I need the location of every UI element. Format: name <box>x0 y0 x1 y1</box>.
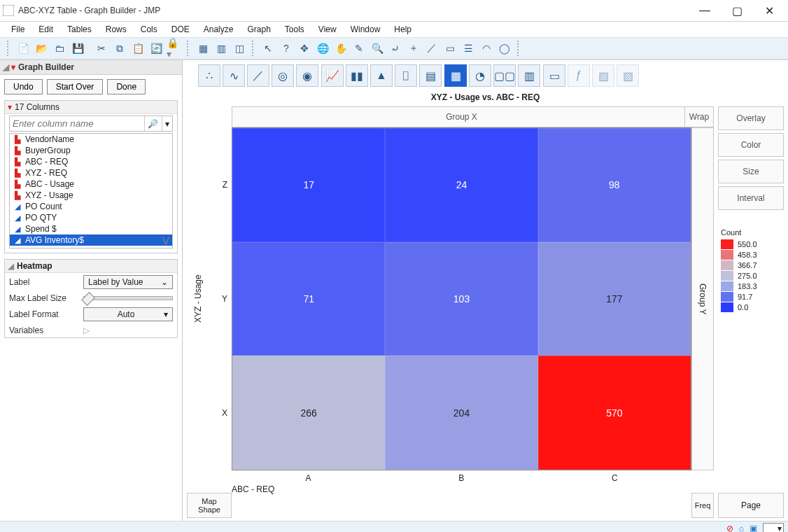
help-icon[interactable]: ? <box>278 40 295 57</box>
hand-icon[interactable]: ✋ <box>332 40 349 57</box>
heatmap-cell[interactable]: 71 <box>232 242 385 356</box>
search-icon[interactable]: 🔎 <box>144 116 160 131</box>
done-button[interactable]: Done <box>107 79 146 94</box>
crosshair-icon[interactable]: ✥ <box>296 40 313 57</box>
map-type-icon[interactable]: ▨ <box>592 64 614 87</box>
search-options-icon[interactable]: ▾ <box>162 116 172 131</box>
heatmap-plot[interactable]: 17249871103177266204570 <box>232 127 691 470</box>
graph-builder-header[interactable]: ◢ ▾ Graph Builder <box>0 60 182 75</box>
line-type-icon[interactable]: 📈 <box>321 64 344 87</box>
start-over-button[interactable]: Start Over <box>47 79 104 94</box>
menu-graph[interactable]: Graph <box>240 23 277 36</box>
heatmap-cell[interactable]: 24 <box>385 128 537 242</box>
line-fit-type-icon[interactable]: ／ <box>247 64 269 87</box>
area-type-icon[interactable]: ▲ <box>370 64 393 87</box>
map-shape-dropzone[interactable]: Map Shape <box>187 493 232 518</box>
disclosure-icon[interactable]: ◢ <box>8 261 14 271</box>
columns-panel-header[interactable]: ▾ 17 Columns <box>5 101 177 114</box>
col-abc-req[interactable]: ▙ ABC - REQ <box>10 156 172 167</box>
col-vendorname[interactable]: ▙ VendorName <box>10 134 172 145</box>
variables-expand-icon[interactable]: ▷ <box>83 326 90 335</box>
pointer-icon[interactable]: ↖ <box>260 40 276 57</box>
cut-icon[interactable]: ✂ <box>93 40 110 57</box>
brush-icon[interactable]: ✎ <box>351 40 367 57</box>
heatmap-type-icon[interactable]: ▦ <box>444 64 467 87</box>
folder-icon[interactable]: 🗀 <box>51 40 68 57</box>
group-y-dropzone[interactable]: Group Y <box>691 127 714 470</box>
paste-icon[interactable]: 📋 <box>129 40 146 57</box>
heatmap-panel-header[interactable]: ◢ Heatmap <box>5 260 177 273</box>
col-abc-usage[interactable]: ▙ ABC - Usage <box>10 178 172 190</box>
overlay-icon[interactable]: ◫ <box>231 40 248 57</box>
columns-hotspot-icon[interactable]: ▾ <box>8 102 12 112</box>
undo-button[interactable]: Undo <box>4 79 43 94</box>
minimize-button[interactable]: — <box>689 0 721 21</box>
heatmap-cell[interactable]: 266 <box>232 356 385 470</box>
menu-doe[interactable]: DOE <box>164 23 197 36</box>
menu-help[interactable]: Help <box>387 23 418 36</box>
open-icon[interactable]: 📂 <box>33 40 50 57</box>
col-xyz-usage[interactable]: ▙ XYZ - Usage <box>10 190 172 201</box>
status-layout-select[interactable]: ▾ <box>763 523 784 532</box>
menu-tools[interactable]: Tools <box>278 23 311 36</box>
close-button[interactable]: ✕ <box>753 0 785 21</box>
maximize-button[interactable]: ▢ <box>721 0 753 21</box>
menu-edit[interactable]: Edit <box>31 23 60 36</box>
wrap-dropzone[interactable]: Wrap <box>684 106 714 127</box>
zoom-in-icon[interactable]: 🔍 <box>369 40 386 57</box>
box-type-icon[interactable]: ⌷ <box>395 64 417 87</box>
page-dropzone[interactable]: Page <box>718 493 784 518</box>
heatmap-cell[interactable]: 570 <box>538 356 691 470</box>
hotspot-icon[interactable]: ▾ <box>11 62 15 72</box>
new-icon[interactable]: 📄 <box>15 40 31 57</box>
save-icon[interactable]: 💾 <box>69 40 86 57</box>
menu-analyze[interactable]: Analyze <box>197 23 241 36</box>
size-dropzone[interactable]: Size <box>718 160 784 183</box>
zoom-reset-icon[interactable]: ⤾ <box>387 40 404 57</box>
group-x-dropzone[interactable]: Group X <box>232 106 691 127</box>
menu-view[interactable]: View <box>311 23 344 36</box>
disclosure-icon[interactable]: ◢ <box>3 62 11 72</box>
plus-icon[interactable]: ＋ <box>405 40 422 57</box>
col-po-qty[interactable]: ◢ PO QTY <box>10 212 172 223</box>
column-search-input[interactable] <box>10 116 144 131</box>
copy-icon[interactable]: ⧉ <box>111 40 128 57</box>
label-select[interactable]: Label by Value ⌄ <box>83 275 173 289</box>
slider-thumb[interactable] <box>81 292 95 306</box>
status-home-icon[interactable]: ⌂ <box>739 524 744 532</box>
hist-tool-icon[interactable]: ☰ <box>460 40 477 57</box>
caption-type-icon[interactable]: ▭ <box>543 64 565 87</box>
menu-file[interactable]: File <box>4 23 31 36</box>
refresh-icon[interactable]: 🔄 <box>148 40 164 57</box>
max-label-size-slider[interactable] <box>83 296 173 300</box>
mosaic-type-icon[interactable]: ▥ <box>518 64 540 87</box>
col-xyz-req[interactable]: ▙ XYZ - REQ <box>10 167 172 178</box>
heatmap-cell[interactable]: 204 <box>385 356 537 470</box>
datatable-icon[interactable]: ▦ <box>195 40 211 57</box>
status-error-icon[interactable]: ⊘ <box>726 524 733 532</box>
pencil-icon[interactable]: ／ <box>423 40 440 57</box>
col-spend[interactable]: ◢ Spend $ <box>10 223 172 234</box>
smoother-type-icon[interactable]: ∿ <box>223 64 245 87</box>
parallel-type-icon[interactable]: ▧ <box>617 64 639 87</box>
col-avg-inventory[interactable]: ◢ AVG Inventory$ ⋁ <box>10 234 172 246</box>
heatmap-cell[interactable]: 103 <box>385 242 537 356</box>
heatmap-cell[interactable]: 17 <box>232 128 385 242</box>
menu-tables[interactable]: Tables <box>60 23 99 36</box>
table-tool-icon[interactable]: ▭ <box>442 40 458 57</box>
bar-type-icon[interactable]: ▮▮ <box>346 64 368 87</box>
label-format-button[interactable]: Auto ▾ <box>83 307 173 321</box>
lock-icon[interactable]: 🔒▾ <box>166 40 183 57</box>
status-window-icon[interactable]: ▣ <box>750 524 757 532</box>
ellipse-type-icon[interactable]: ◎ <box>272 64 294 87</box>
globe-icon[interactable]: 🌐 <box>314 40 331 57</box>
heatmap-cell[interactable]: 177 <box>538 242 691 356</box>
color-dropzone[interactable]: Color <box>718 133 784 157</box>
lasso-icon[interactable]: ◠ <box>478 40 495 57</box>
ellipse-icon[interactable]: ◯ <box>496 40 513 57</box>
formula-type-icon[interactable]: ƒ <box>568 64 590 87</box>
contour-type-icon[interactable]: ◉ <box>296 64 318 87</box>
columns-icon[interactable]: ▥ <box>213 40 230 57</box>
heatmap-cell[interactable]: 98 <box>538 128 691 242</box>
treemap-type-icon[interactable]: ▢▢ <box>493 64 516 87</box>
